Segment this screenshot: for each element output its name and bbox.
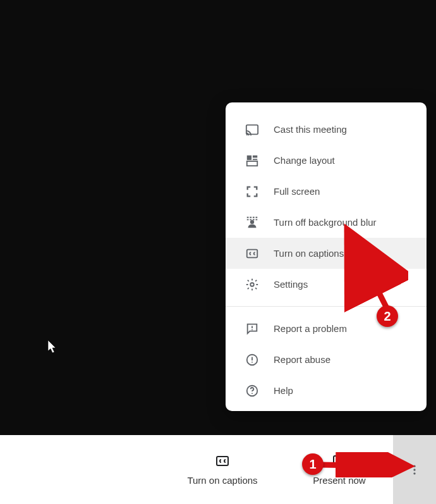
svg-point-1 <box>246 134 248 135</box>
svg-rect-4 <box>253 159 257 160</box>
fullscreen-icon <box>245 184 260 199</box>
menu-item-label: Cast this meeting <box>274 124 347 135</box>
svg-point-15 <box>251 393 253 394</box>
svg-point-13 <box>251 361 253 362</box>
svg-point-6 <box>250 219 254 223</box>
svg-point-19 <box>413 469 415 470</box>
menu-item-cast[interactable]: Cast this meeting <box>226 114 427 145</box>
menu-item-label: Full screen <box>274 186 320 197</box>
menu-item-label: Report abuse <box>274 354 330 365</box>
menu-item-label: Report a problem <box>274 323 347 334</box>
menu-item-fullscreen[interactable]: Full screen <box>226 176 427 207</box>
menu-item-label: Help <box>274 385 293 396</box>
menu-item-label: Change layout <box>274 155 335 166</box>
menu-item-help[interactable]: Help <box>226 375 427 406</box>
svg-rect-3 <box>253 155 257 157</box>
captions-icon <box>245 246 260 261</box>
svg-rect-16 <box>217 457 228 465</box>
more-options-menu: Cast this meeting Change layout Full scr… <box>226 102 427 411</box>
svg-point-18 <box>413 465 415 467</box>
svg-rect-5 <box>247 161 258 165</box>
cast-icon <box>245 122 260 137</box>
present-icon <box>332 453 347 469</box>
svg-rect-0 <box>246 125 258 134</box>
more-vertical-icon <box>407 462 422 477</box>
toolbar-button-label: Present now <box>313 475 365 486</box>
turn-on-captions-button[interactable]: Turn on captions <box>159 435 286 504</box>
menu-item-report-problem[interactable]: Report a problem <box>226 313 427 344</box>
menu-item-background-blur[interactable]: Turn off background blur <box>226 207 427 238</box>
menu-item-label: Turn on captions <box>274 248 344 259</box>
menu-item-label: Turn off background blur <box>274 217 377 228</box>
svg-point-10 <box>251 329 253 330</box>
svg-point-20 <box>413 472 415 474</box>
svg-point-8 <box>250 283 254 286</box>
menu-item-report-abuse[interactable]: Report abuse <box>226 344 427 375</box>
svg-rect-7 <box>247 249 258 257</box>
feedback-icon <box>245 321 260 336</box>
gear-icon <box>245 277 260 292</box>
menu-item-settings[interactable]: Settings <box>226 269 427 300</box>
captions-icon <box>215 453 230 469</box>
menu-item-label: Settings <box>274 279 308 290</box>
layout-icon <box>245 153 260 168</box>
menu-separator <box>226 306 427 307</box>
present-now-button[interactable]: Present now <box>286 435 393 504</box>
menu-item-captions[interactable]: Turn on captions <box>226 238 427 269</box>
menu-item-layout[interactable]: Change layout <box>226 145 427 176</box>
svg-rect-2 <box>247 155 251 159</box>
help-icon <box>245 383 260 398</box>
more-options-button[interactable] <box>393 435 436 504</box>
background-blur-icon <box>245 215 260 230</box>
bottom-toolbar: Turn on captions Present now <box>0 435 436 504</box>
toolbar-button-label: Turn on captions <box>187 475 257 486</box>
report-abuse-icon <box>245 352 260 367</box>
